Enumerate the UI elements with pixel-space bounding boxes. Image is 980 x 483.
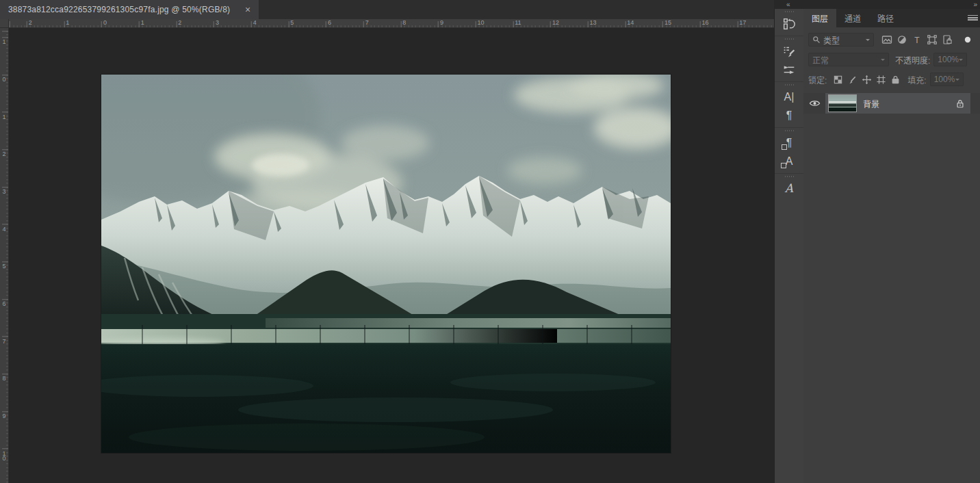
ruler-number: 0 — [103, 20, 107, 26]
filter-shape-layers-button[interactable] — [925, 33, 940, 47]
lock-fill-row: 锁定: — [808, 72, 975, 87]
panel-menu-icon[interactable] — [968, 15, 978, 21]
ruler-horizontal[interactable]: 2101234567891011121314151617 — [9, 19, 774, 28]
dock-group-grip[interactable] — [784, 130, 795, 131]
ruler-number: 13 — [590, 20, 597, 26]
ruler-number: 1 — [66, 20, 69, 26]
filter-toggle-button[interactable] — [960, 33, 975, 47]
filter-pixel-layers-button[interactable] — [879, 33, 894, 47]
adjustment-circle-icon — [897, 34, 907, 45]
layer-filter-type-select[interactable]: 类型 — [808, 33, 874, 47]
filter-adjustment-layers-button[interactable] — [894, 33, 910, 47]
layer-list: 背景 — [803, 93, 980, 114]
layer-name: 背景 — [863, 98, 955, 109]
lock-position-button[interactable] — [860, 73, 874, 86]
document-tab[interactable]: 38873a812cca922653799261305c97fa.jpg @ 5… — [0, 0, 259, 19]
brushes-panel-button[interactable] — [775, 60, 803, 79]
paragraph-styles-icon: ¶ — [786, 138, 792, 148]
collapse-panels-right-icon[interactable]: » — [973, 0, 977, 9]
image-icon — [881, 34, 892, 45]
ruler-number: 5 — [290, 20, 294, 26]
ruler-number: 15 — [665, 20, 671, 26]
character-panel-icon: A| — [784, 92, 795, 103]
dock-group-grip[interactable] — [784, 11, 795, 12]
filter-type-layers-button[interactable]: T — [910, 33, 925, 47]
collapse-panels-left-icon[interactable]: « — [786, 0, 790, 9]
paragraph-styles-panel-button[interactable]: ¶ — [775, 133, 803, 152]
opacity-label: 不透明度: — [895, 54, 930, 66]
lock-artboard-button[interactable] — [874, 73, 888, 86]
layer-row-background[interactable]: 背景 — [803, 93, 980, 114]
tab-paths[interactable]: 路径 — [869, 9, 902, 27]
layer-visibility-toggle[interactable] — [803, 93, 825, 114]
dock-group-glyphs: A — [775, 173, 803, 200]
ruler-number: 1 — [1, 114, 7, 118]
dock-group-grip[interactable] — [784, 38, 795, 40]
brush-icon — [847, 75, 858, 85]
tab-channels[interactable]: 通道 — [836, 9, 869, 27]
ruler-number: 16 — [702, 20, 709, 26]
ruler-vertical[interactable]: 1012345678910 — [0, 28, 9, 483]
filter-toggle-dot-icon — [964, 36, 972, 44]
ruler-number: 14 — [627, 20, 634, 26]
layer-filter-type-label: 类型 — [823, 34, 840, 46]
brush-settings-panel-button[interactable] — [775, 42, 803, 60]
dock-group-history — [775, 9, 803, 36]
character-panel-button[interactable]: A| — [775, 88, 803, 106]
filter-smart-objects-button[interactable] — [940, 33, 955, 47]
ruler-number: 0 — [1, 76, 7, 81]
lock-all-button[interactable] — [888, 73, 903, 86]
layer-filter-row: 类型 T — [808, 32, 975, 47]
tab-layers[interactable]: 图层 — [803, 9, 836, 27]
opacity-input[interactable]: 100% — [933, 53, 967, 66]
layer-row-selection[interactable]: 背景 — [825, 93, 970, 114]
ruler-number: 10 — [1, 450, 7, 460]
ruler-corner — [0, 19, 9, 28]
ruler-number: 2 — [1, 151, 7, 155]
ruler-number: 8 — [1, 375, 7, 380]
lock-icon — [890, 75, 901, 85]
character-styles-panel-button[interactable]: A — [775, 152, 803, 170]
ruler-number: 17 — [739, 20, 746, 26]
document-area: 38873a812cca922653799261305c97fa.jpg @ 5… — [0, 0, 774, 483]
ruler-number: 9 — [1, 413, 7, 417]
photoshop-window: { "doc_tab": { "title": "38873a812cca922… — [0, 0, 980, 483]
lock-icon — [955, 99, 965, 109]
glyphs-panel-icon: A — [785, 183, 793, 194]
move-icon — [862, 75, 872, 85]
panel-dock-topbar: « » — [774, 0, 980, 9]
chevron-down-icon — [881, 59, 885, 63]
document-tabbar: 38873a812cca922653799261305c97fa.jpg @ 5… — [0, 0, 774, 19]
brushes-icon — [782, 62, 797, 77]
history-panel-button[interactable] — [775, 14, 803, 33]
svg-text:T: T — [914, 36, 920, 45]
ruler-number: 7 — [365, 20, 369, 26]
ruler-number: 12 — [552, 20, 559, 26]
history-icon — [782, 16, 797, 31]
ruler-number: 8 — [402, 20, 406, 26]
lock-pixels-button[interactable] — [845, 73, 860, 86]
lock-transparency-button[interactable] — [831, 73, 845, 86]
chevron-down-icon — [959, 59, 963, 63]
character-styles-icon: A — [786, 156, 793, 167]
dock-group-grip[interactable] — [784, 84, 795, 86]
mountain-photo-illustration — [101, 75, 671, 453]
dock-group-grip[interactable] — [784, 176, 795, 177]
canvas-pasteboard[interactable] — [9, 28, 774, 483]
ruler-number: 6 — [328, 20, 331, 26]
canvas-photo[interactable] — [101, 75, 671, 453]
blend-opacity-row: 正常 不透明度: 100% — [808, 52, 975, 67]
fill-value: 100% — [934, 75, 955, 84]
eye-icon — [809, 99, 821, 107]
type-T-icon: T — [912, 34, 923, 45]
ruler-number: 4 — [253, 20, 257, 26]
style-square — [781, 163, 786, 168]
paragraph-panel-button[interactable]: ¶ — [775, 106, 803, 125]
blend-mode-select[interactable]: 正常 — [808, 53, 889, 66]
lock-label: 锁定: — [808, 74, 827, 86]
fill-input[interactable]: 100% — [930, 73, 964, 86]
ruler-number: 11 — [515, 20, 521, 26]
close-icon[interactable]: × — [242, 4, 253, 15]
glyphs-panel-button[interactable]: A — [775, 179, 803, 198]
layer-thumbnail[interactable] — [829, 95, 856, 112]
